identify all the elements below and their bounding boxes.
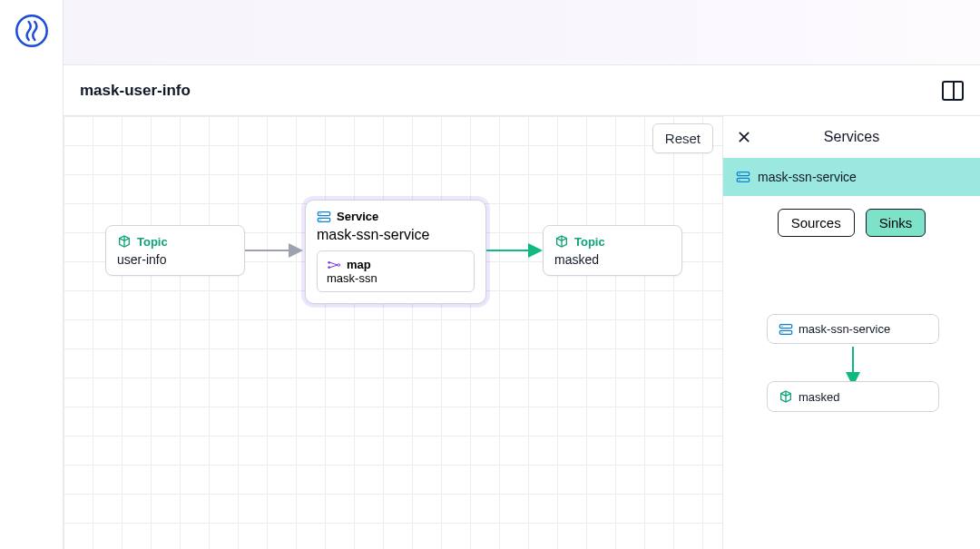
tab-sources[interactable]: Sources: [778, 209, 855, 237]
cube-icon: [554, 234, 569, 249]
node-service-mask-ssn[interactable]: Service mask-ssn-service map mask-ssn: [305, 200, 486, 304]
svg-rect-20: [779, 330, 791, 334]
svg-line-10: [330, 262, 338, 265]
side-panel-selected-service[interactable]: mask-ssn-service: [723, 158, 980, 196]
edge-service-to-masked: [486, 234, 550, 270]
service-inner-map-node[interactable]: map mask-ssn: [317, 250, 475, 292]
close-button[interactable]: [734, 127, 754, 147]
brand-logo: [14, 13, 50, 49]
svg-rect-19: [779, 324, 791, 328]
svg-point-6: [319, 219, 320, 220]
node-topic-user-info[interactable]: Topic user-info: [105, 225, 245, 276]
svg-rect-16: [737, 178, 749, 181]
svg-point-7: [328, 261, 330, 264]
side-panel-tabs: Sources Sinks: [723, 196, 980, 249]
node-topic-masked[interactable]: Topic masked: [543, 225, 682, 276]
service-icon: [317, 211, 331, 223]
node-name-text: user-info: [117, 252, 233, 267]
node-name-text: masked: [554, 252, 671, 267]
svg-rect-15: [737, 172, 749, 176]
mini-node-topic[interactable]: masked: [767, 381, 939, 412]
svg-point-18: [739, 180, 740, 181]
svg-point-22: [781, 331, 782, 332]
mini-node-from-label: mask-ssn-service: [799, 322, 890, 336]
cube-icon: [117, 234, 132, 249]
reset-button[interactable]: Reset: [652, 123, 713, 153]
node-kind-text: Service: [337, 210, 378, 223]
edge-userinfo-to-service: [245, 234, 309, 270]
svg-line-11: [330, 265, 338, 268]
service-icon: [779, 323, 793, 336]
left-rail: [0, 0, 64, 549]
inner-kind-label: map: [327, 258, 465, 271]
title-bar: mask-user-info: [64, 65, 980, 116]
page-title: mask-user-info: [80, 82, 191, 100]
inner-kind-text: map: [347, 258, 371, 271]
mini-node-service[interactable]: mask-ssn-service: [767, 314, 939, 344]
svg-point-17: [739, 173, 740, 174]
services-side-panel: Services mask-ssn-service Sources Sinks: [722, 116, 980, 549]
service-icon: [736, 171, 750, 183]
node-kind-text: Topic: [574, 235, 605, 249]
panel-toggle-icon[interactable]: [942, 81, 964, 101]
pipeline-canvas[interactable]: Reset Topic user-info: [64, 116, 980, 549]
cube-icon: [779, 389, 793, 404]
node-kind-label: Service: [317, 210, 475, 223]
tab-sinks[interactable]: Sinks: [866, 209, 926, 237]
svg-point-5: [319, 213, 320, 214]
side-panel-title: Services: [824, 129, 879, 145]
side-panel-header: Services: [723, 116, 980, 158]
svg-point-21: [781, 326, 782, 327]
selected-service-name: mask-ssn-service: [758, 170, 857, 184]
inner-name-text: mask-ssn: [327, 271, 465, 285]
node-name-text: mask-ssn-service: [317, 227, 475, 243]
node-kind-text: Topic: [137, 235, 168, 249]
svg-point-9: [338, 263, 340, 266]
node-kind-label: Topic: [554, 234, 671, 249]
node-kind-label: Topic: [117, 234, 233, 249]
mini-node-to-label: masked: [799, 390, 840, 404]
hero-banner: [64, 0, 980, 65]
map-icon: [327, 259, 341, 271]
svg-point-8: [328, 266, 330, 269]
side-panel-mini-graph: mask-ssn-service masked: [723, 249, 980, 485]
